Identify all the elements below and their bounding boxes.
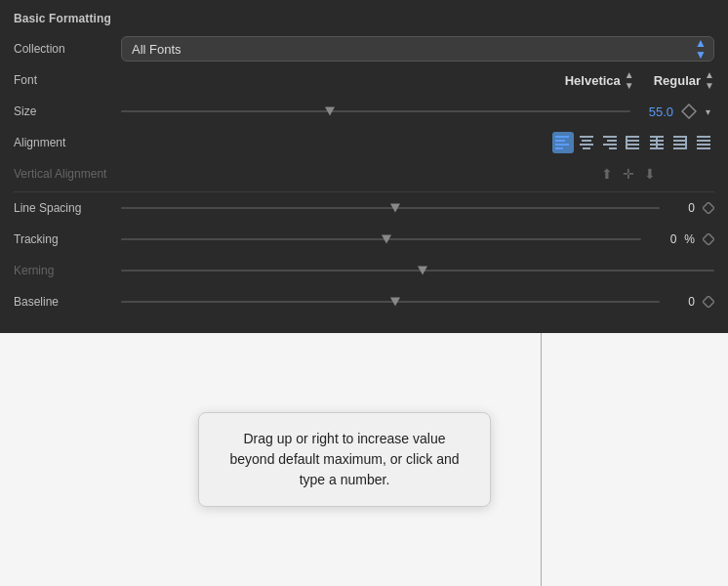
baseline-slider-container: 0 bbox=[121, 295, 695, 309]
size-value-display[interactable]: 55.0 bbox=[636, 105, 673, 119]
svg-rect-31 bbox=[697, 147, 710, 149]
svg-rect-25 bbox=[673, 144, 687, 146]
svg-rect-16 bbox=[626, 147, 639, 149]
font-row-content: Helvetica ▲▼ Regular ▲▼ bbox=[121, 69, 714, 91]
tooltip-text: Drag up or right to increase value beyon… bbox=[230, 431, 460, 487]
align-right-icon bbox=[672, 136, 688, 149]
align-center-lines-button[interactable] bbox=[576, 132, 597, 153]
size-expand-button[interactable]: ▾ bbox=[701, 105, 714, 118]
align-justify-button[interactable] bbox=[693, 132, 714, 153]
svg-rect-6 bbox=[582, 140, 591, 142]
svg-marker-33 bbox=[703, 233, 714, 245]
divider-1 bbox=[14, 191, 714, 192]
line-spacing-row: Line Spacing 0 bbox=[14, 194, 714, 222]
font-style-display[interactable]: Regular ▲▼ bbox=[654, 69, 714, 91]
baseline-row: Baseline 0 bbox=[14, 288, 714, 315]
svg-rect-13 bbox=[626, 136, 639, 138]
align-left-lines-button[interactable] bbox=[552, 132, 574, 153]
align-justify-icon bbox=[696, 136, 711, 149]
size-slider-container: 55.0 bbox=[121, 105, 673, 119]
vert-align-bottom-button[interactable]: ⬇ bbox=[644, 166, 656, 182]
tracking-value[interactable]: 0 bbox=[647, 232, 676, 246]
svg-rect-28 bbox=[697, 136, 710, 138]
svg-rect-14 bbox=[626, 140, 639, 142]
kerning-label: Kerning bbox=[14, 264, 121, 277]
size-label: Size bbox=[14, 105, 121, 118]
baseline-thumb[interactable] bbox=[390, 298, 400, 307]
size-row: Size 55.0 ▾ bbox=[14, 98, 714, 125]
vert-align-top-button[interactable]: ⬆ bbox=[601, 166, 613, 182]
tracking-unit: % bbox=[684, 232, 695, 246]
alignment-row: Alignment bbox=[14, 129, 714, 156]
tooltip-area: Drag up or right to increase value beyon… bbox=[0, 333, 728, 586]
svg-rect-1 bbox=[555, 136, 569, 138]
svg-rect-15 bbox=[626, 144, 639, 146]
font-row: Font Helvetica ▲▼ Regular ▲▼ bbox=[14, 66, 714, 94]
align-center-lines-icon bbox=[579, 136, 594, 149]
size-thumb[interactable] bbox=[325, 107, 335, 116]
svg-rect-30 bbox=[697, 144, 710, 146]
tooltip-box: Drag up or right to increase value beyon… bbox=[198, 412, 491, 507]
tracking-track[interactable] bbox=[121, 238, 641, 240]
svg-rect-12 bbox=[609, 147, 617, 149]
svg-marker-34 bbox=[703, 296, 714, 308]
line-spacing-slider-container: 0 bbox=[121, 201, 695, 215]
font-name-stepper[interactable]: ▲▼ bbox=[625, 69, 634, 91]
baseline-track[interactable] bbox=[121, 301, 660, 303]
svg-rect-11 bbox=[603, 144, 617, 146]
align-left-icon bbox=[626, 136, 641, 149]
kerning-row: Kerning bbox=[14, 257, 714, 284]
align-center-icon bbox=[649, 136, 665, 149]
baseline-label: Baseline bbox=[14, 295, 121, 309]
tracking-row: Tracking 0 % bbox=[14, 226, 714, 253]
svg-rect-22 bbox=[656, 136, 658, 149]
svg-rect-9 bbox=[603, 136, 617, 138]
collection-select[interactable]: All Fonts Recently Used Fixed Width Fun … bbox=[121, 36, 714, 62]
line-spacing-thumb[interactable] bbox=[390, 204, 400, 213]
svg-rect-29 bbox=[697, 140, 710, 142]
size-keyframe-icon[interactable] bbox=[681, 104, 697, 119]
line-spacing-keyframe-icon[interactable] bbox=[703, 202, 714, 214]
svg-rect-3 bbox=[555, 144, 569, 146]
font-style-stepper[interactable]: ▲▼ bbox=[705, 69, 714, 91]
font-name-display[interactable]: Helvetica ▲▼ bbox=[565, 69, 634, 91]
align-right-lines-button[interactable] bbox=[599, 132, 621, 153]
basic-formatting-panel: Basic Formatting Collection All Fonts Re… bbox=[0, 0, 728, 333]
kerning-slider-container bbox=[121, 270, 714, 272]
align-left-lines-icon bbox=[555, 136, 571, 149]
alignment-buttons bbox=[121, 132, 714, 153]
vertical-alignment-buttons: ⬆ ✛ ⬇ bbox=[121, 166, 656, 182]
svg-rect-24 bbox=[673, 140, 687, 142]
svg-rect-2 bbox=[555, 140, 565, 142]
svg-rect-23 bbox=[673, 136, 687, 138]
size-track[interactable] bbox=[121, 110, 630, 112]
collection-label: Collection bbox=[14, 42, 121, 56]
line-spacing-track[interactable] bbox=[121, 207, 660, 209]
line-spacing-value[interactable]: 0 bbox=[666, 201, 695, 215]
svg-rect-8 bbox=[583, 147, 590, 149]
collection-content: All Fonts Recently Used Fixed Width Fun … bbox=[121, 36, 714, 62]
tracking-slider-container: 0 % bbox=[121, 232, 695, 246]
svg-rect-5 bbox=[580, 136, 593, 138]
collection-select-wrapper: All Fonts Recently Used Fixed Width Fun … bbox=[121, 36, 714, 62]
collection-row: Collection All Fonts Recently Used Fixed… bbox=[14, 35, 714, 63]
svg-rect-7 bbox=[580, 144, 593, 146]
vert-align-middle-button[interactable]: ✛ bbox=[623, 166, 634, 182]
svg-rect-17 bbox=[626, 136, 627, 149]
align-right-lines-icon bbox=[602, 136, 618, 149]
align-right-button[interactable] bbox=[669, 132, 691, 153]
align-center-button[interactable] bbox=[646, 132, 667, 153]
tracking-label: Tracking bbox=[14, 232, 121, 246]
size-value-line bbox=[541, 333, 542, 586]
tracking-thumb[interactable] bbox=[382, 235, 391, 244]
svg-marker-0 bbox=[682, 105, 696, 118]
tracking-keyframe-icon[interactable] bbox=[703, 233, 714, 245]
baseline-value[interactable]: 0 bbox=[666, 295, 695, 309]
kerning-thumb[interactable] bbox=[418, 267, 427, 275]
align-left-button[interactable] bbox=[623, 132, 644, 153]
svg-rect-26 bbox=[673, 147, 687, 149]
kerning-track[interactable] bbox=[121, 270, 714, 272]
baseline-keyframe-icon[interactable] bbox=[703, 296, 714, 308]
svg-rect-27 bbox=[685, 136, 687, 149]
line-spacing-label: Line Spacing bbox=[14, 201, 121, 215]
